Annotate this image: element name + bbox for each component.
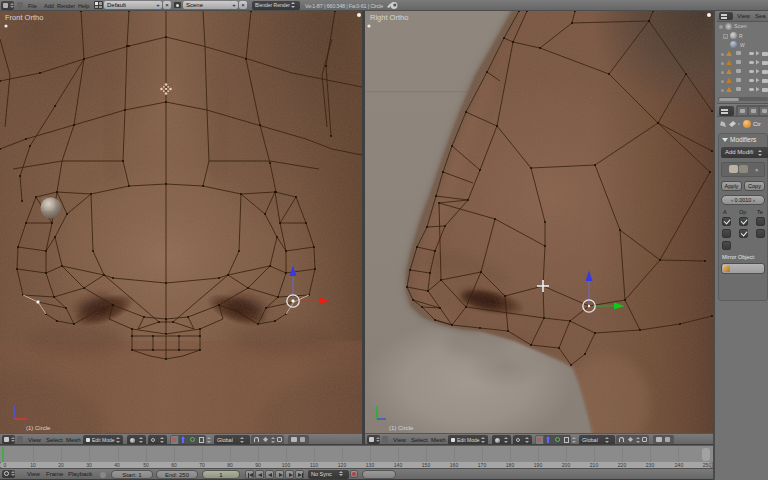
svg-text:Right Ortho: Right Ortho: [370, 13, 408, 22]
svg-text:Front Ortho: Front Ortho: [5, 13, 43, 22]
svg-text:(1) Circle: (1) Circle: [26, 425, 51, 431]
svg-text:(1) Circle: (1) Circle: [389, 425, 414, 431]
